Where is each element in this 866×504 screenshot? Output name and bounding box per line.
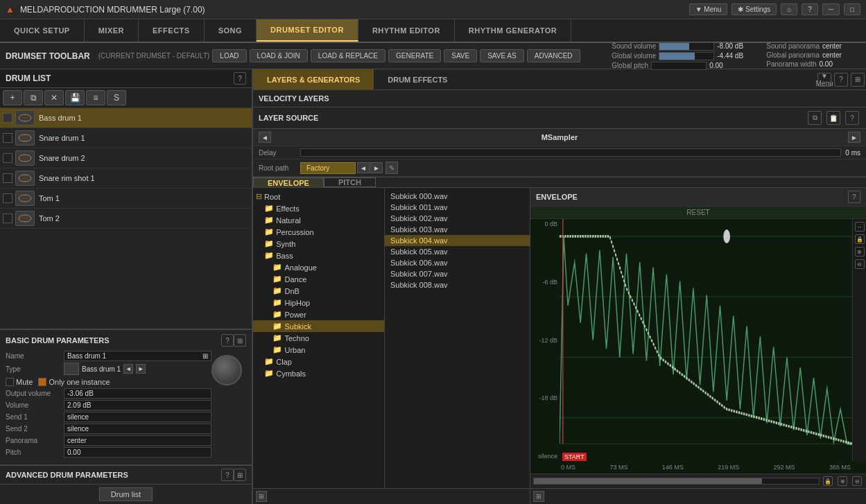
drum-list-item[interactable]: Snare drum 2 [0,148,252,168]
drum-checkbox[interactable] [3,113,12,123]
layer-copy-icon[interactable]: ⧉ [808,111,822,125]
load-replace-button[interactable]: LOAD & REPLACE [311,49,386,62]
drum-list-help[interactable]: ? [234,72,246,85]
file-item[interactable]: Subkick 005.wav [385,246,530,257]
tree-item[interactable]: 📁Analogue [253,261,384,273]
path-edit-icon[interactable]: ✎ [386,162,398,174]
basic-params-expand[interactable]: ⊞ [234,334,246,347]
zoom-in-btn[interactable]: ⊕ [855,247,865,257]
nav-tab-quick-setup[interactable]: QUICK SETUP [0,19,85,42]
right-bottom-icon[interactable]: ⊞ [533,491,544,502]
layer-expand-btn[interactable]: ⊞ [851,73,865,87]
drum-checkbox[interactable] [3,214,12,223]
global-pitch-bar[interactable] [651,62,707,70]
layer-help-icon[interactable]: ? [845,111,859,125]
file-item[interactable]: Subkick 003.wav [385,224,530,235]
file-item[interactable]: Subkick 007.wav [385,268,530,279]
save-button[interactable]: SAVE [444,49,477,62]
file-item[interactable]: Subkick 002.wav [385,213,530,224]
advanced-button[interactable]: ADVANCED [527,49,580,62]
name-value[interactable]: Bass drum 1 ⊞ [64,351,211,361]
tree-root[interactable]: ⊟Root [253,191,384,202]
drum-list-item[interactable]: Tom 1 [0,189,252,209]
scroll-zoom-in[interactable]: ⊕ [838,476,847,486]
sound-volume-bar[interactable] [659,42,714,51]
send1-value[interactable]: silence [64,412,211,422]
envelope-tab[interactable]: ENVELOPE [253,177,324,187]
tree-item[interactable]: 📁Power [253,309,384,320]
scroll-zoom-out[interactable]: ⊖ [852,476,862,486]
drum-list-btn[interactable]: Drum list [99,487,153,501]
tree-item[interactable]: 📁Dance [253,273,384,285]
zoom-out-btn[interactable]: ⊖ [855,259,865,269]
nav-tab-rhythm-generator[interactable]: RHYTHM GENERATOR [455,19,571,42]
nav-tab-song[interactable]: SONG [205,19,257,42]
drum-list-item[interactable]: Tom 2 [0,209,252,229]
tree-item[interactable]: 📁Subkick [253,320,384,332]
layer-help-btn[interactable]: ? [834,73,848,87]
sampler-prev-arrow[interactable]: ◄ [259,132,271,143]
drum-list-item[interactable]: Bass drum 1 [0,108,252,128]
volume-value[interactable]: 2.09 dB [64,400,211,410]
menu-button[interactable]: ▼ Menu [689,3,728,15]
drum-list-scroll[interactable]: Bass drum 1Snare drum 1Snare drum 2Snare… [0,108,252,329]
adv-params-help[interactable]: ? [221,469,234,481]
drum-list-item[interactable]: Snare rim shot 1 [0,168,252,189]
zoom-handle[interactable]: ↔ [855,222,865,232]
send2-value[interactable]: silence [64,424,211,434]
mute-checkbox[interactable]: Mute [6,378,33,386]
only-one-cb-box[interactable] [38,378,46,386]
volume-knob[interactable] [211,355,242,385]
layer-tab-layers-generators[interactable]: LAYERS & GENERATORS [253,69,374,89]
load-join-button[interactable]: LOAD & JOIN [250,49,308,62]
generate-button[interactable]: GENERATE [388,49,441,62]
drum-s-button[interactable]: S [107,90,126,105]
drum-checkbox[interactable] [3,133,12,143]
type-next[interactable]: ► [136,364,146,374]
tree-item[interactable]: 📁Clap [253,356,384,367]
reset-button[interactable]: RESET [530,207,866,219]
nav-tab-mixer[interactable]: MIXER [85,19,139,42]
settings-button[interactable]: ✱ Settings [731,3,777,15]
help-button[interactable]: ? [802,3,818,15]
mute-cb-box[interactable] [6,378,14,386]
output-volume-value[interactable]: -3.06 dB [64,388,211,399]
home-button[interactable]: ⌂ [781,3,797,15]
drum-checkbox[interactable] [3,153,12,163]
basic-params-help[interactable]: ? [221,334,234,347]
adv-params-expand[interactable]: ⊞ [234,469,246,481]
file-item[interactable]: Subkick 006.wav [385,257,530,268]
path-prev[interactable]: ◄ [357,162,370,173]
drum-checkbox[interactable] [3,193,12,203]
tree-item[interactable]: 📁Natural [253,214,384,226]
layer-menu-btn[interactable]: ▼ Menu [817,73,831,87]
nav-tab-effects[interactable]: EFFECTS [139,19,205,42]
tree-item[interactable]: 📁Percussion [253,226,384,238]
drum-list-item[interactable]: Snare drum 1 [0,128,252,148]
nav-tab-rhythm-editor[interactable]: RHYTHM EDITOR [358,19,455,42]
minimize-button[interactable]: ─ [822,3,840,15]
tree-item[interactable]: 📁Effects [253,202,384,214]
tree-item[interactable]: 📁Urban [253,344,384,356]
layer-tab-drum-effects[interactable]: DRUM EFFECTS [374,69,461,89]
pitch-tab[interactable]: PITCH [324,177,376,187]
path-next[interactable]: ► [370,162,383,173]
type-prev[interactable]: ◄ [123,364,133,374]
tree-item[interactable]: 📁Synth [253,238,384,250]
layer-paste-icon[interactable]: 📋 [826,111,840,125]
drum-add-button[interactable]: + [3,90,22,105]
drum-copy-button[interactable]: ⧉ [24,90,43,105]
tree-item[interactable]: 📁HipHop [253,297,384,309]
sampler-next-arrow[interactable]: ► [848,132,860,143]
file-item[interactable]: Subkick 000.wav [385,191,530,202]
panorama-value[interactable]: center [64,435,211,446]
only-one-checkbox[interactable]: Only one instance [38,378,110,386]
nav-tab-drumset-editor[interactable]: DRUMSET EDITOR [257,19,358,42]
scroll-track[interactable] [533,478,820,485]
file-item[interactable]: Subkick 001.wav [385,202,530,213]
drum-checkbox[interactable] [3,173,12,183]
file-item[interactable]: Subkick 004.wav [385,235,530,246]
tree-item[interactable]: 📁Cymbals [253,367,384,379]
save-as-button[interactable]: SAVE AS [480,49,524,62]
tree-item[interactable]: 📁DnB [253,285,384,297]
